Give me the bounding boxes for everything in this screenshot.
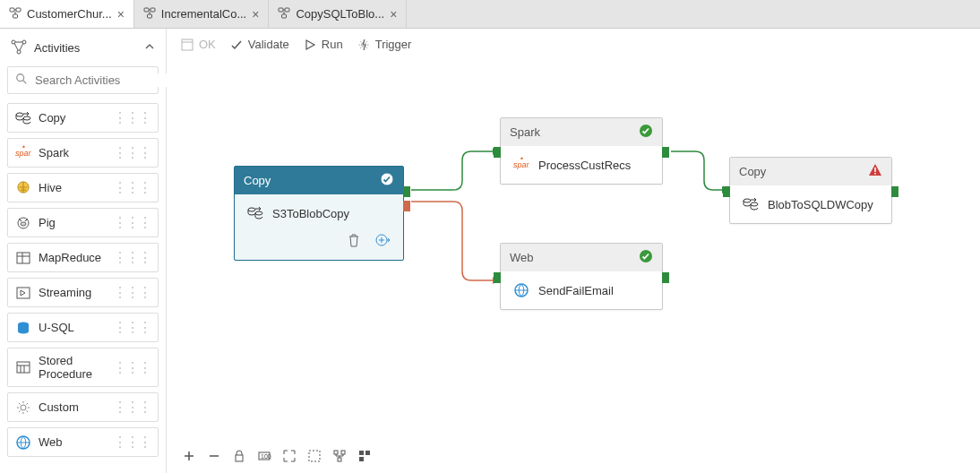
zoom-out-button[interactable] (206, 448, 222, 464)
node-type: Spark (510, 125, 540, 139)
spark-icon (513, 157, 529, 173)
add-next-icon[interactable] (374, 232, 391, 251)
ok-button: OK (181, 38, 216, 51)
svg-rect-31 (236, 455, 243, 461)
port-in[interactable] (494, 272, 501, 283)
port-success[interactable] (403, 186, 410, 197)
pig-icon (15, 215, 31, 231)
warning-icon (868, 163, 882, 180)
activity-label: Hive (39, 181, 62, 194)
run-label: Run (322, 38, 343, 51)
activity-custom[interactable]: Custom⋮⋮⋮ (7, 392, 159, 422)
usql-icon (15, 320, 31, 336)
node-type: Web (510, 251, 534, 264)
chevron-up-icon[interactable] (144, 41, 155, 55)
tab-label: CopySQLToBlo... (296, 7, 384, 21)
success-icon (380, 172, 394, 189)
activity-label: Pig (39, 216, 56, 229)
grip-icon: ⋮⋮⋮ (113, 399, 150, 416)
grip-icon: ⋮⋮⋮ (113, 179, 150, 196)
svg-rect-35 (334, 451, 338, 454)
delete-icon[interactable] (346, 232, 362, 251)
pipeline-icon (143, 6, 156, 22)
grip-icon: ⋮⋮⋮ (113, 284, 150, 301)
activity-storedproc[interactable]: Stored Procedure⋮⋮⋮ (7, 348, 159, 387)
copy-icon (743, 196, 759, 212)
tab-bar: CustomerChur... × IncrementalCo... × Cop… (0, 0, 980, 29)
activity-label: Stored Procedure (39, 354, 106, 381)
node-name: S3ToBlobCopy (272, 207, 349, 220)
tab-customerchurn[interactable]: CustomerChur... × (0, 0, 134, 28)
svg-rect-37 (338, 458, 341, 461)
web-icon (513, 282, 529, 298)
activity-mapreduce[interactable]: MapReduce⋮⋮⋮ (7, 243, 159, 272)
port-failure[interactable] (403, 201, 410, 211)
success-icon (639, 249, 653, 266)
svg-rect-34 (309, 451, 320, 461)
pipeline-toolbar: OK Validate Run Trigger (167, 29, 980, 60)
svg-rect-36 (341, 451, 345, 454)
activity-pig[interactable]: Pig⋮⋮⋮ (7, 208, 159, 237)
grip-icon: ⋮⋮⋮ (113, 434, 150, 451)
zoom-fit-button[interactable] (281, 448, 297, 464)
tab-incrementalcopy[interactable]: IncrementalCo... × (134, 0, 270, 28)
grip-icon: ⋮⋮⋮ (113, 109, 150, 126)
activity-label: Web (39, 435, 63, 449)
activity-hive[interactable]: Hive⋮⋮⋮ (7, 173, 159, 202)
activity-spark[interactable]: Spark⋮⋮⋮ (7, 138, 159, 168)
node-blobtosqldwcopy[interactable]: Copy BlobToSQLDWCopy (729, 157, 892, 224)
node-sendfailemail[interactable]: Web SendFailEmail (500, 243, 663, 310)
close-icon[interactable]: × (390, 7, 397, 22)
svg-rect-25 (182, 39, 193, 50)
search-activities[interactable] (7, 66, 159, 94)
validate-button[interactable]: Validate (230, 38, 289, 51)
close-icon[interactable]: × (252, 7, 259, 22)
trigger-label: Trigger (375, 38, 412, 51)
spark-icon (15, 145, 31, 161)
trigger-button[interactable]: Trigger (357, 38, 412, 51)
snapshot-button[interactable] (357, 448, 373, 464)
search-input[interactable] (35, 73, 185, 87)
zoom-selection-button[interactable] (306, 448, 322, 464)
node-type: Copy (739, 165, 766, 178)
streaming-icon (15, 285, 31, 301)
success-icon (639, 124, 653, 141)
zoom-in-button[interactable] (181, 448, 197, 464)
port-in[interactable] (494, 147, 501, 158)
zoom-100-button[interactable]: 100 (256, 448, 272, 464)
activities-header[interactable]: Activities (7, 34, 159, 61)
svg-point-23 (17, 50, 21, 54)
search-icon (15, 73, 28, 88)
tab-copysqltoblob[interactable]: CopySQLToBlo... × (269, 0, 407, 28)
port-success[interactable] (891, 186, 898, 197)
svg-rect-39 (365, 451, 370, 455)
pipeline-canvas[interactable]: Copy S3ToBlobCopy Spark ProcessCustRecs (167, 60, 980, 473)
grip-icon: ⋮⋮⋮ (113, 359, 150, 376)
port-success[interactable] (662, 147, 669, 158)
tab-label: CustomerChur... (27, 7, 112, 21)
activity-label: U-SQL (39, 321, 74, 334)
activity-streaming[interactable]: Streaming⋮⋮⋮ (7, 278, 159, 307)
svg-point-24 (17, 74, 24, 82)
node-processcustrecs[interactable]: Spark ProcessCustRecs (500, 117, 663, 185)
tab-label: IncrementalCo... (161, 7, 246, 21)
port-success[interactable] (662, 272, 669, 283)
ok-label: OK (199, 38, 216, 51)
mapreduce-icon (15, 250, 31, 266)
run-button[interactable]: Run (304, 38, 343, 51)
activity-label: MapReduce (39, 251, 101, 264)
node-name: SendFailEmail (538, 284, 614, 297)
lock-button[interactable] (231, 448, 247, 464)
close-icon[interactable]: × (117, 7, 125, 22)
autolayout-button[interactable] (331, 448, 348, 464)
gear-icon (15, 400, 31, 416)
activity-copy[interactable]: Copy⋮⋮⋮ (7, 103, 159, 133)
activity-web[interactable]: Web⋮⋮⋮ (7, 427, 159, 457)
node-s3toblobcopy[interactable]: Copy S3ToBlobCopy (234, 166, 404, 261)
pipeline-icon (9, 6, 21, 22)
svg-rect-40 (359, 457, 364, 461)
activity-usql[interactable]: U-SQL⋮⋮⋮ (7, 313, 159, 342)
port-in[interactable] (723, 186, 730, 197)
activities-title: Activities (34, 41, 80, 55)
activity-label: Custom (39, 400, 79, 414)
